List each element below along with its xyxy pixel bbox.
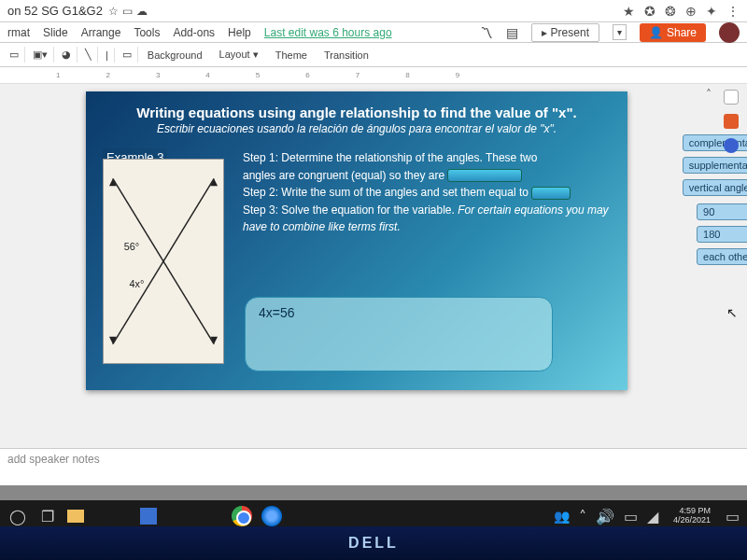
doc-status-icons: ☆ ▭ ☁ [108, 5, 148, 18]
ruler-tick: 5 [256, 71, 261, 79]
drag-90[interactable]: 90 [697, 203, 747, 220]
title-bar: on 52 SG G1&G2 ☆ ▭ ☁ ★ ✪ ❂ ⊕ ✦ ⋮ [0, 0, 747, 22]
steps-text[interactable]: Step 1: Determine the relationship of th… [243, 149, 611, 236]
screen: on 52 SG G1&G2 ☆ ▭ ☁ ★ ✪ ❂ ⊕ ✦ ⋮ rmat Sl… [0, 0, 747, 485]
angle1-label: 56° [124, 241, 139, 252]
menu-icon[interactable]: ⋮ [726, 4, 740, 19]
speaker-notes-placeholder: add speaker notes [7, 453, 100, 466]
menu-tools[interactable]: Tools [134, 26, 160, 39]
equation-text: 4x=56 [259, 305, 295, 320]
dell-logo: DELL [348, 535, 399, 552]
account-avatar[interactable] [719, 22, 740, 43]
system-tray-clock[interactable]: 4:59 PM 4/26/2021 [668, 507, 716, 525]
image-tool-icon[interactable]: ▣▾ [27, 47, 54, 63]
transition-button[interactable]: Transition [317, 48, 376, 63]
trend-icon[interactable]: 〽 [480, 25, 493, 40]
theme-button[interactable]: Theme [268, 48, 315, 63]
drag-vertical[interactable]: vertical angles [683, 179, 747, 196]
comment-icon[interactable]: ▤ [506, 25, 518, 40]
ruler-tick: 9 [456, 71, 460, 79]
menu-arrange[interactable]: Arrange [81, 26, 121, 39]
app-icon[interactable] [140, 508, 157, 525]
present-button[interactable]: ▸ Present [531, 23, 599, 42]
comment-tool-icon[interactable]: ▭ [117, 47, 138, 63]
ruler-tick: 1 [56, 71, 61, 79]
extension-icons: ★ ✪ ❂ ⊕ ✦ ⋮ [623, 4, 740, 19]
star-ext-icon[interactable]: ★ [623, 4, 635, 19]
step1-line1: Step 1: Determine the relationship of th… [243, 151, 537, 164]
textbox-tool-icon[interactable]: ▭ [4, 47, 25, 63]
star-icon[interactable]: ☆ [108, 5, 119, 18]
menu-slide[interactable]: Slide [43, 26, 68, 39]
cloud-icon[interactable]: ☁ [136, 5, 148, 18]
tray-chevron-icon[interactable]: ˄ [579, 508, 586, 525]
slide-title[interactable]: Writing equations using angle relationsh… [103, 105, 611, 120]
people-icon[interactable]: 👥 [554, 509, 570, 524]
tasks-icon[interactable] [724, 138, 739, 153]
play-icon: ▸ [542, 26, 547, 39]
step1-line2: angles are congruent (equal) so they are [243, 169, 444, 182]
menu-bar: rmat Slide Arrange Tools Add-ons Help La… [0, 22, 747, 43]
slide[interactable]: Writing equations using angle relationsh… [86, 91, 627, 390]
calendar-icon[interactable] [724, 90, 739, 105]
side-panel [717, 84, 745, 153]
notification-icon[interactable]: ▭ [726, 508, 740, 525]
volume-icon[interactable]: 🔊 [596, 508, 614, 525]
line-tool-icon[interactable]: ╲ [79, 47, 98, 63]
divider: | [100, 48, 115, 63]
angle2-label: 4x° [130, 278, 145, 289]
last-edit-link[interactable]: Last edit was 6 hours ago [264, 26, 392, 39]
keep-icon[interactable] [724, 114, 739, 129]
diagram-svg: 56° 4x° [104, 160, 223, 363]
taskview-icon[interactable]: ❐ [37, 506, 58, 526]
speaker-notes[interactable]: add speaker notes [0, 448, 747, 485]
toolbar: ▭ ▣▾ ◕ ╲ | ▭ Background Layout ▾ Theme T… [0, 43, 747, 67]
ruler-tick: 6 [305, 71, 310, 79]
chrome-icon[interactable] [232, 506, 252, 526]
bell-icon[interactable]: ❂ [665, 4, 676, 19]
ruler-tick: 2 [106, 71, 110, 79]
shape-tool-icon[interactable]: ◕ [56, 47, 78, 63]
menu-help[interactable]: Help [228, 26, 251, 39]
drag-supplementary[interactable]: supplementary [683, 157, 747, 174]
ext-icon[interactable]: ✦ [706, 4, 717, 19]
cortana-icon[interactable]: ◯ [7, 506, 28, 526]
ruler-tick: 3 [156, 71, 161, 79]
ruler: 1 2 3 4 5 6 7 8 9 [0, 67, 747, 84]
laptop-bezel: DELL [0, 526, 747, 560]
present-dropdown[interactable]: ▾ [613, 24, 627, 40]
angle-diagram[interactable]: 56° 4x° [103, 159, 224, 364]
blank-drop-2[interactable] [531, 187, 571, 200]
ruler-tick: 7 [356, 71, 360, 79]
equation-box[interactable]: 4x=56 [245, 297, 553, 371]
step3-line: Step 3: Solve the equation for the varia… [243, 203, 455, 217]
ruler-tick: 4 [205, 71, 210, 79]
battery-icon[interactable]: ▭ [624, 508, 638, 525]
person-icon: 👤 [649, 26, 663, 39]
mouse-cursor-icon: ↖ [726, 305, 738, 320]
slide-canvas-wrap: Writing equations using angle relationsh… [0, 84, 713, 485]
present-label: Present [551, 26, 589, 39]
explorer-icon[interactable] [67, 510, 84, 523]
puzzle-icon[interactable]: ✪ [644, 4, 655, 19]
drag-bank-values: 90 180 each other [697, 203, 747, 265]
menu-format[interactable]: rmat [7, 26, 30, 39]
ruler-tick: 8 [405, 71, 410, 79]
blank-drop-1[interactable] [447, 169, 522, 182]
wifi-icon[interactable]: ◢ [647, 508, 658, 525]
drag-eachother[interactable]: each other [697, 248, 747, 265]
step2-line: Step 2: Write the sum of the angles and … [243, 186, 529, 199]
share-button[interactable]: 👤 Share [640, 23, 706, 42]
clock-date: 4/26/2021 [673, 516, 711, 525]
drag-180[interactable]: 180 [697, 226, 747, 243]
document-title[interactable]: on 52 SG G1&G2 [7, 4, 103, 18]
slide-subtitle[interactable]: Escribir ecuaciones usando la relación d… [103, 122, 611, 135]
zoom-icon[interactable]: ⊕ [685, 4, 697, 19]
editor-area: 1 2 3 4 5 6 7 8 9 ˄ Writing equations us… [0, 67, 747, 485]
share-label: Share [667, 26, 697, 39]
layout-button[interactable]: Layout ▾ [212, 47, 266, 63]
background-button[interactable]: Background [140, 48, 210, 63]
browser-icon[interactable] [261, 506, 282, 526]
move-icon[interactable]: ▭ [122, 5, 133, 18]
menu-addons[interactable]: Add-ons [173, 26, 215, 39]
